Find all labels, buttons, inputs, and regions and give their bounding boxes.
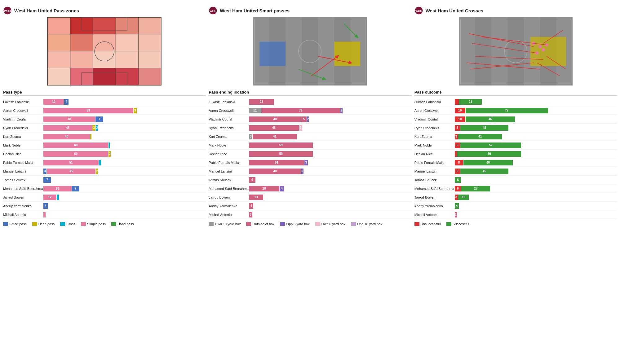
bar: 6: [455, 186, 461, 191]
bar: 3: [134, 108, 137, 113]
bar: 5: [455, 143, 460, 148]
bar: 51: [249, 160, 304, 165]
player-name: Łukasz Fabiański: [209, 100, 249, 104]
bar: 77: [466, 108, 548, 113]
legend-opp18: Opp 18 yard box: [351, 222, 382, 226]
player-name: Manuel Lanzini: [414, 169, 455, 173]
crosses-pitch: [414, 17, 617, 86]
bar: 3: [455, 195, 458, 200]
bars-area: 487: [43, 116, 206, 123]
pass-zones-title: WHU West Ham United Pass zones: [3, 6, 206, 15]
opp6-label: Opp 6 yard box: [286, 222, 309, 226]
bars-area: 341: [455, 133, 617, 140]
bar: 6: [455, 177, 461, 183]
bars-area: 59: [249, 142, 411, 149]
main-container: WHU West Ham United Pass zones: [0, 0, 620, 232]
bar: 28: [249, 186, 279, 191]
bars-area: 60: [43, 142, 206, 149]
svg-rect-7: [139, 17, 161, 34]
table-row: Pablo Fornals Malla513: [209, 158, 411, 167]
own6-label: Own 6 yard box: [321, 222, 345, 226]
bar: 2: [96, 125, 98, 131]
player-name: Jarrod Bowen: [209, 195, 249, 199]
bar: 3: [299, 125, 302, 131]
player-name: Aaron Cresswell: [414, 109, 455, 112]
crosses-rows: Łukasz Fabiański21Aaron Cresswell1077Vla…: [414, 98, 617, 219]
table-row: Tomáš Souček7: [3, 176, 206, 184]
player-name: Vladimír Coufal: [3, 117, 43, 121]
svg-rect-5: [93, 17, 116, 34]
player-name: Michail Antonio: [414, 213, 455, 217]
player-name: Manuel Lanzini: [3, 169, 43, 173]
bars-area: 6: [249, 177, 411, 183]
bar: 10: [455, 116, 465, 122]
svg-rect-20: [93, 68, 116, 86]
crosses-panel: WHU West Ham United Crosses: [414, 6, 617, 226]
svg-rect-39: [286, 17, 302, 86]
legend-own18: Own 18 yard box: [209, 222, 241, 226]
smart-passes-label: West Ham United Smart passes: [220, 8, 290, 13]
bars-area: 6: [455, 177, 617, 183]
table-row: Andriy Yarmolenko4: [414, 202, 617, 210]
bar: 2: [307, 116, 309, 122]
bars-area: 59: [249, 151, 411, 157]
bar: 13: [249, 195, 263, 200]
svg-text:WHU: WHU: [4, 10, 11, 13]
bar: [455, 99, 459, 105]
hand-pass-color: [111, 222, 116, 226]
bars-area: 267: [43, 185, 206, 192]
player-name: Kurt Zouma: [3, 135, 43, 138]
bar: [108, 143, 110, 148]
smart-passes-title: WHU West Ham United Smart passes: [209, 6, 411, 15]
pass-type-legend: Smart pass Head pass Cross Simple pass H…: [3, 222, 206, 226]
pass-ending-legend: Own 18 yard box Outside of box Opp 6 yar…: [209, 222, 411, 226]
svg-point-66: [538, 45, 542, 48]
legend-cross: Cross: [60, 222, 75, 226]
own18-label: Own 18 yard box: [215, 222, 241, 226]
pass-outcome-legend: Unsuccessful Successful: [414, 222, 617, 226]
legend-simple-pass: Simple pass: [81, 222, 106, 226]
table-row: Michail Antonio: [3, 210, 206, 219]
bars-area: 341: [249, 133, 411, 140]
table-row: Aaron Cresswell11732: [209, 106, 411, 115]
table-row: Michail Antonio3: [209, 210, 411, 219]
table-row: Manuel Lanzini545: [414, 167, 617, 176]
svg-rect-56: [475, 17, 491, 86]
table-row: Declan Rice59: [209, 150, 411, 158]
pass-zones-heatmap: [3, 17, 206, 86]
bars-area: 4: [249, 203, 411, 209]
bar: 3: [455, 134, 458, 139]
pass-ending-label: Pass ending location: [209, 90, 411, 96]
bar: 45: [47, 169, 95, 174]
table-row: Andriy Yarmolenko4: [209, 202, 411, 210]
bar: 41: [253, 134, 297, 139]
player-name: Mark Noble: [414, 143, 455, 147]
svg-rect-40: [302, 17, 318, 86]
smart-pass-label: Smart pass: [9, 222, 27, 226]
player-name: Łukasz Fabiański: [414, 100, 455, 104]
legend-smart-pass: Smart pass: [3, 222, 27, 226]
bars-area: 627: [455, 185, 617, 192]
crosses-title: WHU West Ham United Crosses: [414, 6, 617, 15]
table-row: Jarrod Bowen13: [209, 193, 411, 202]
bars-area: 833: [43, 107, 206, 114]
outside-box-label: Outside of box: [252, 222, 274, 226]
table-row: Declan Rice60: [414, 150, 617, 158]
bar: [90, 134, 91, 139]
bars-area: 463: [249, 125, 411, 131]
bar: 27: [461, 186, 490, 191]
player-name: Ryan Fredericks: [209, 126, 249, 130]
bars-area: 545: [455, 125, 617, 131]
bars-area: 2: [455, 211, 617, 218]
table-row: Mark Noble59: [209, 141, 411, 150]
bars-area: 7: [43, 177, 206, 183]
player-name: Declan Rice: [3, 152, 43, 156]
table-row: Vladimír Coufal4852: [209, 115, 411, 124]
west-ham-logo: WHU: [3, 6, 12, 15]
bars-area: 21: [455, 99, 617, 105]
bars-area: 43: [43, 133, 206, 140]
bar: [43, 212, 46, 217]
table-row: Kurt Zouma341: [414, 132, 617, 141]
player-name: Mohamed Saïd Benrahma: [209, 187, 249, 191]
bar: 3: [43, 169, 46, 174]
